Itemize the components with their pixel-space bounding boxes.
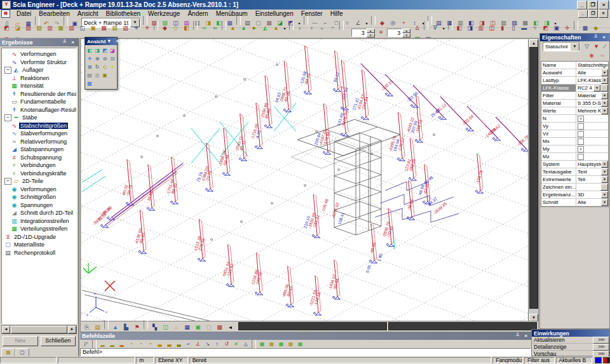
vp-copy-icon[interactable]: ⎘ xyxy=(81,323,92,333)
tree-item-schnittgrößen[interactable]: ◉Schnittgrößen xyxy=(2,193,76,201)
chevron-down-icon[interactable]: ▾ xyxy=(105,38,112,44)
property-value[interactable]: 3D▼ xyxy=(576,191,608,198)
cmd-level-icon[interactable]: ↕ xyxy=(212,340,222,349)
res-2-icon[interactable]: ◨ xyxy=(464,24,475,34)
vp-grid-icon[interactable]: ▩ xyxy=(214,323,225,333)
cmd-plate-icon[interactable]: ▃ xyxy=(165,340,174,349)
close-button[interactable]: × xyxy=(599,1,609,10)
ansicht-header[interactable]: Ansicht ▾× xyxy=(85,37,117,45)
view-side-icon[interactable]: ◨ xyxy=(93,47,101,55)
tree-item-verbindungskräfte[interactable]: ⊦Verbindungskräfte xyxy=(2,170,76,178)
property-value[interactable]: Text▼ xyxy=(576,168,608,175)
tree-item-materialliste[interactable]: ▢Materialliste xyxy=(2,241,76,249)
property-set-combo[interactable]: Stabschnittgrößen ( ▼ xyxy=(543,42,580,51)
rotate-member-icon[interactable]: ◇ xyxy=(170,24,181,34)
zoom-window-icon[interactable]: ⊡ xyxy=(109,55,116,63)
filter-6-icon[interactable]: ▩ xyxy=(98,24,109,34)
view-front-icon[interactable]: ◧ xyxy=(86,47,93,55)
sel-beam-icon[interactable]: ◪ xyxy=(12,24,23,34)
vp-table-icon[interactable]: ▦ xyxy=(182,323,193,333)
res-7-icon[interactable]: ▬ xyxy=(518,24,529,34)
move-icon[interactable]: ◆ xyxy=(159,24,170,34)
tree-item-integrationsstreifen[interactable]: ▥Integrationsstreifen xyxy=(2,217,76,226)
property-value[interactable]: … xyxy=(576,184,608,191)
mesh-5-icon[interactable]: ▲ xyxy=(271,24,281,34)
vp-chart-icon[interactable]: ▙ xyxy=(121,323,132,333)
property-value[interactable]: LFK-Klasse▼ xyxy=(576,77,608,84)
chevron-down-icon[interactable]: ▼ xyxy=(593,84,600,91)
filter-5-icon[interactable]: ▣ xyxy=(88,24,98,34)
cmd-node-icon[interactable]: ▂ xyxy=(98,340,107,349)
tree-horizontal-scrollbar[interactable]: ◄ ► xyxy=(1,325,77,334)
cmd-angle-icon[interactable]: ∠ xyxy=(193,340,203,349)
checkbox-checked-icon[interactable]: × xyxy=(578,116,584,122)
tree-item-auflager[interactable]: −◭Auflager xyxy=(2,66,76,74)
color-wheel-icon[interactable]: ❋ xyxy=(587,52,596,60)
property-value[interactable]: Alle▼ xyxy=(576,69,608,76)
tree-item-relativverformung[interactable]: ≈Relativverformung xyxy=(2,138,76,146)
filter-funnel-icon[interactable]: ▽ xyxy=(583,43,591,51)
chevron-down-icon[interactable]: ▼ xyxy=(601,199,608,206)
selection-icon[interactable]: ▣ xyxy=(101,72,109,79)
tree-item-2d-teile[interactable]: −▱2D-Teile xyxy=(2,177,76,185)
light-icon[interactable]: ☀ xyxy=(109,64,116,71)
copy-view-icon[interactable]: ▥ xyxy=(93,72,101,79)
tree-item-schnitt-durch-2d-teil[interactable]: ◢Schnitt durch 2D-Teil xyxy=(2,209,76,217)
vp-person-icon[interactable]: ▲ xyxy=(110,323,121,333)
mesh-1-icon[interactable]: ▲ xyxy=(227,24,238,34)
filter-7-icon[interactable]: ▨ xyxy=(109,24,120,34)
chevron-down-icon[interactable]: ▼ xyxy=(601,191,608,198)
filter-2-icon[interactable]: ▦ xyxy=(55,24,66,34)
mirror-icon[interactable]: ◧ xyxy=(181,24,192,34)
res-3-icon[interactable]: ▥ xyxy=(475,24,486,34)
scale-spinner-2[interactable]: 3▲▼ xyxy=(387,29,410,37)
tree-item-verformungen[interactable]: ◉Verformungen xyxy=(2,185,76,194)
cmd-column-icon[interactable]: ▂ xyxy=(117,340,126,349)
property-value[interactable]: Stabschnittgrößen xyxy=(576,62,608,69)
property-value[interactable] xyxy=(576,130,608,137)
pin-icon[interactable]: ╨ xyxy=(514,333,521,339)
sel-slab-icon[interactable]: ▨ xyxy=(23,24,34,34)
vp-home-icon[interactable]: ⌂ xyxy=(171,323,182,333)
save2-icon[interactable]: ▦ xyxy=(580,24,590,34)
axis-icon[interactable]: ✛ xyxy=(86,55,93,63)
res-8-icon[interactable]: ✳ xyxy=(529,24,540,34)
cmd-beam-icon[interactable]: ▂ xyxy=(107,340,117,349)
cmd-frame-icon[interactable]: ⌐ xyxy=(184,340,193,349)
property-value[interactable]: Alle▼ xyxy=(576,199,608,206)
checkbox-unchecked-icon[interactable] xyxy=(578,154,584,160)
zoom-region-icon[interactable]: ◎ xyxy=(388,18,398,29)
mdi-close-button[interactable]: × xyxy=(599,10,608,18)
close-palette-icon[interactable]: × xyxy=(114,38,121,44)
viewport-canvas[interactable]: 85.66-2550.89-65.26-2686.7154.93-84.10-1… xyxy=(81,39,529,322)
filter-3-icon[interactable]: ▤ xyxy=(66,24,77,34)
chevron-down-icon[interactable]: ▼ xyxy=(570,43,580,51)
res-6-icon[interactable]: ▯ xyxy=(508,24,518,34)
aktualisieren-button[interactable]: >>> xyxy=(593,337,609,344)
neu-button[interactable]: Neu xyxy=(3,336,38,346)
redraw-icon[interactable]: ◆ xyxy=(590,24,601,34)
scale-spinner-1[interactable]: 3▲▼ xyxy=(351,29,375,37)
command-input[interactable]: Befehl> xyxy=(80,348,531,356)
calc-2-icon[interactable]: ◑ xyxy=(306,24,316,34)
angle-icon[interactable]: ∠ xyxy=(353,18,363,29)
property-value[interactable] xyxy=(576,138,608,145)
tree-item-resultierende-der-reaktione[interactable]: ↟Resultierende der Reaktione xyxy=(2,90,76,98)
checkbox-unchecked-icon[interactable] xyxy=(578,131,584,137)
close-panel-icon[interactable]: × xyxy=(522,333,529,339)
mesh-3-icon[interactable]: ► xyxy=(249,24,260,34)
tree-item-stäbe[interactable]: −━Stäbe xyxy=(2,114,76,122)
vp-gray-icon[interactable]: ▢ xyxy=(203,323,214,333)
print-view-icon[interactable]: ▤ xyxy=(86,72,93,79)
tab-window-icon[interactable]: ▢ xyxy=(15,348,29,357)
res-5-icon[interactable]: ▮ xyxy=(497,24,508,34)
checkbox-unchecked-icon[interactable] xyxy=(578,138,584,145)
cmd-load-2-icon[interactable]: ▦ xyxy=(267,340,276,349)
chevron-down-icon[interactable]: ▼ xyxy=(601,77,608,84)
property-value[interactable]: S 355 D-Stütze▼ xyxy=(576,100,608,107)
chevron-down-icon[interactable]: ▼ xyxy=(601,92,608,99)
chevron-down-icon[interactable]: ▼ xyxy=(601,168,608,175)
chevron-down-icon[interactable]: ▼ xyxy=(601,69,608,76)
mdi-restore-button[interactable]: ❐ xyxy=(588,10,598,18)
tree-item-2d-1d-upgrade[interactable]: ⊻2D-/1D-Upgrade xyxy=(2,233,76,241)
